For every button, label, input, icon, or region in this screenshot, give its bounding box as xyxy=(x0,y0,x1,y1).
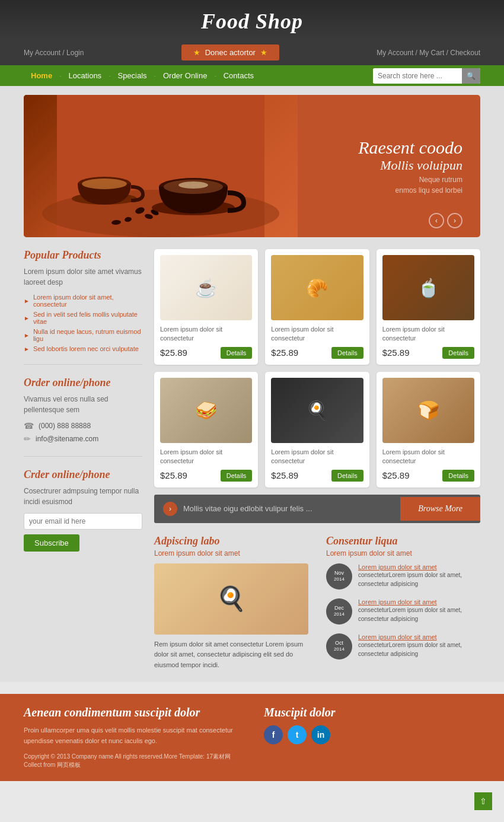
subscribe-button[interactable]: Subscribe xyxy=(24,534,79,552)
browse-bar: › Mollis vitae oigu edlobit vulipur feli… xyxy=(154,495,480,523)
product-price-4: $25.89 xyxy=(160,470,187,480)
details-button-2[interactable]: Details xyxy=(331,347,363,359)
footer-left: Aenean condimentum suscipit dolor Proin … xyxy=(24,706,240,769)
product-footer-2: $25.89 Details xyxy=(271,347,363,359)
star-right-icon: ★ xyxy=(260,48,267,57)
email-icon: ✏ xyxy=(24,434,31,444)
sidebar-link-3[interactable]: ► Nulla id neque lacus, rutrum euismod l… xyxy=(24,328,142,342)
details-button-4[interactable]: Details xyxy=(221,470,253,482)
product-footer-1: $25.89 Details xyxy=(160,347,252,359)
search-button[interactable]: 🔍 xyxy=(462,68,480,84)
product-footer-6: $25.89 Details xyxy=(382,470,474,482)
news-link-3[interactable]: Lorem ipsum dolor sit amet xyxy=(358,633,480,641)
news-content-3: Lorem ipsum dolor sit amet consecteturLo… xyxy=(358,633,480,658)
sidebar-link-text-3: Nulla id neque lacus, rutrum euismod lig… xyxy=(33,328,142,342)
arrow-icon-1: ► xyxy=(24,298,30,304)
popular-products-sidebar: Popular Products Lorem ipsum dolor site … xyxy=(24,249,142,365)
cart-checkout-link[interactable]: My Account / My Cart / Checkout xyxy=(377,49,480,57)
product-card-5: 🍳 Lorem ipsum dolor sit consectetur $25.… xyxy=(265,372,369,488)
order-phone-desc: Vivamus vel eros nulla sed pellentesque … xyxy=(24,394,142,415)
product-image-4: 🥪 xyxy=(160,378,252,443)
nav-item-locations[interactable]: Locations xyxy=(61,65,109,86)
news-month-3: Oct xyxy=(335,640,343,646)
newsletter-desc: Cosectrurer admpsuing tempor nulla incid… xyxy=(24,486,142,507)
search-input[interactable] xyxy=(373,69,462,83)
product-desc-4: Lorem ipsum dolor sit consectetur xyxy=(160,448,252,466)
newsletter-heading: Crder online/phone xyxy=(24,469,142,481)
news-title: Consentur liqua xyxy=(326,535,480,547)
nav-item-home[interactable]: Home xyxy=(24,65,59,86)
popular-products-desc: Lorem ipsum dolor site amet vivamus laor… xyxy=(24,266,142,288)
svg-point-13 xyxy=(178,181,208,189)
news-item-3: Oct 2014 Lorem ipsum dolor sit amet cons… xyxy=(326,633,480,659)
blog-image: 🍳 xyxy=(154,563,308,635)
sidebar-link-text-4: Sed lobortis lorem nec orci vulputate xyxy=(33,345,139,352)
svg-point-4 xyxy=(82,179,127,189)
email-address: info@sitename.com xyxy=(36,435,98,443)
footer-left-title: Aenean condimentum suscipit dolor xyxy=(24,706,240,719)
sidebar-link-text-2: Sed in velit sed felis mollis vulputate … xyxy=(33,311,142,325)
product-row-2: 🥪 Lorem ipsum dolor sit consectetur $25.… xyxy=(154,372,480,488)
product-desc-1: Lorem ipsum dolor sit consectetur xyxy=(160,325,252,343)
product-price-5: $25.89 xyxy=(271,470,298,480)
hero-banner: Raesent coodo Mollis voluipun Neque rutr… xyxy=(24,95,480,237)
details-button-3[interactable]: Details xyxy=(442,347,474,359)
product-image-5: 🍳 xyxy=(271,378,363,443)
products-section: Popular Products Lorem ipsum dolor site … xyxy=(24,249,480,670)
product-footer-3: $25.89 Details xyxy=(382,347,474,359)
facebook-icon[interactable]: f xyxy=(264,725,283,744)
news-link-2[interactable]: Lorem ipsum dolor sit amet xyxy=(358,598,480,606)
news-date-1: Nov 2014 xyxy=(326,563,352,590)
phone-icon: ☎ xyxy=(24,421,34,431)
hero-next-button[interactable]: › xyxy=(447,213,462,228)
sidebar-link-1[interactable]: ► Lorem ipsum dolor sit amet, consectetu… xyxy=(24,294,142,308)
promo-banner: ★ Donec actortor ★ xyxy=(181,44,279,60)
product-desc-3: Lorem ipsum dolor sit consectetur xyxy=(382,325,474,343)
nav-bar: Home - Locations - Specials - Order Onli… xyxy=(0,65,504,86)
order-phone-sidebar: Order online/phone Vivamus vel eros null… xyxy=(24,377,142,457)
sidebar-link-4[interactable]: ► Sed lobortis lorem nec orci vulputate xyxy=(24,345,142,352)
hero-text: Raesent coodo Mollis voluipun Neque rutr… xyxy=(358,138,462,195)
browse-more-button[interactable]: Browse More xyxy=(400,497,480,521)
account-login-link[interactable]: My Account / Login xyxy=(24,49,84,57)
arrow-icon-3: ► xyxy=(24,332,30,339)
phone-contact: ☎ (000) 888 88888 xyxy=(24,421,142,431)
news-date-2: Dec 2014 xyxy=(326,598,352,625)
hero-sub2: enmos liqu sed lorbei xyxy=(358,186,462,195)
news-year-2: 2014 xyxy=(334,611,344,617)
sidebar-link-2[interactable]: ► Sed in velit sed felis mollis vulputat… xyxy=(24,311,142,325)
hero-prev-button[interactable]: ‹ xyxy=(429,213,444,228)
news-year-3: 2014 xyxy=(334,646,344,652)
news-content-1: Lorem ipsum dolor sit amet consecteturLo… xyxy=(358,563,480,588)
order-phone-heading: Order online/phone xyxy=(24,377,142,389)
product-desc-5: Lorem ipsum dolor sit consectetur xyxy=(271,448,363,466)
details-button-1[interactable]: Details xyxy=(221,347,253,359)
hero-title1: Raesent coodo xyxy=(358,138,462,158)
newsletter-email-input[interactable] xyxy=(24,513,142,530)
browse-message: Mollis vitae oigu edlobit vulipur felis … xyxy=(183,504,312,513)
product-image-6: 🍞 xyxy=(382,378,474,443)
twitter-icon[interactable]: t xyxy=(288,725,307,744)
nav-item-contacts[interactable]: Contacts xyxy=(216,65,261,86)
details-button-6[interactable]: Details xyxy=(442,470,474,482)
product-price-6: $25.89 xyxy=(382,470,410,480)
news-year-1: 2014 xyxy=(334,576,344,582)
news-link-1[interactable]: Lorem ipsum dolor sit amet xyxy=(358,563,480,571)
details-button-5[interactable]: Details xyxy=(331,470,363,482)
linkedin-icon[interactable]: in xyxy=(311,725,330,744)
browse-arrow-icon: › xyxy=(163,502,177,516)
nav-item-specials[interactable]: Specials xyxy=(110,65,154,86)
footer-right-title: Muscipit dolor xyxy=(264,706,480,719)
news-month-1: Nov xyxy=(334,570,344,576)
product-card-3: 🍵 Lorem ipsum dolor sit consectetur $25.… xyxy=(377,249,480,365)
news-body-2: consecteturLorem ipsum dolor sit amet, c… xyxy=(358,606,480,623)
hero-image xyxy=(24,95,298,237)
hero-coffee-bg xyxy=(24,95,298,237)
product-card-4: 🥪 Lorem ipsum dolor sit consectetur $25.… xyxy=(154,372,258,488)
arrow-icon-4: ► xyxy=(24,346,30,352)
product-footer-4: $25.89 Details xyxy=(160,470,252,482)
news-section: Consentur liqua Lorem ipsum dolor sit am… xyxy=(326,535,480,671)
promo-text: Donec actortor xyxy=(205,48,256,57)
nav-item-order[interactable]: Order Online xyxy=(156,65,214,86)
popular-products-heading: Popular Products xyxy=(24,249,142,262)
